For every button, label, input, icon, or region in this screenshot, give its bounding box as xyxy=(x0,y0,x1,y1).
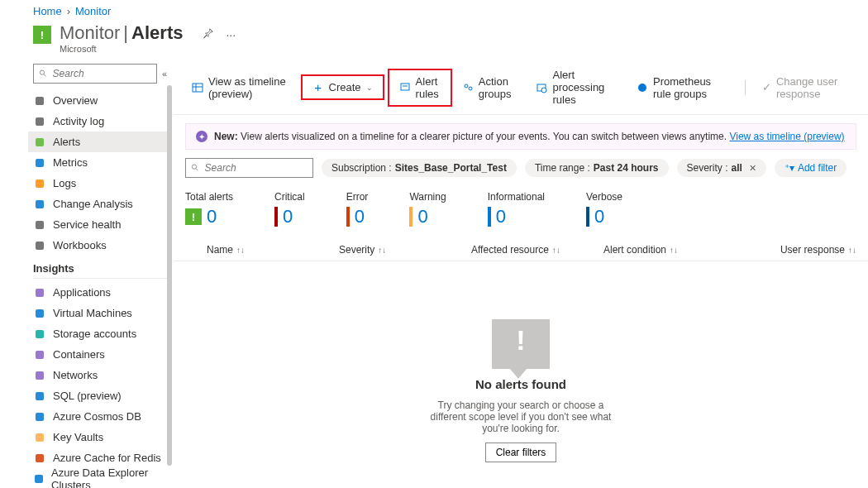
logs-icon xyxy=(33,177,46,190)
close-icon[interactable]: ✕ xyxy=(749,163,756,174)
sidebar-item-containers[interactable]: Containers xyxy=(28,344,167,365)
sidebar-item-applications[interactable]: Applications xyxy=(28,282,167,303)
sidebar-item-key-vaults[interactable]: Key Vaults xyxy=(28,427,167,447)
summary-total[interactable]: Total alerts !0 xyxy=(185,191,233,227)
prometheus-icon xyxy=(637,82,648,93)
clear-filters-button[interactable]: Clear filters xyxy=(485,443,557,462)
filter-subscription[interactable]: Subscription : Sites_Base_Portal_Test xyxy=(322,159,517,177)
chevron-down-icon: ⌄ xyxy=(366,84,373,92)
sidebar-item-storage-accounts[interactable]: Storage accounts xyxy=(28,323,167,344)
svg-point-27 xyxy=(469,87,472,90)
summary-warning[interactable]: Warning 0 xyxy=(409,191,446,227)
alerts-search-input[interactable] xyxy=(205,162,308,174)
sidebar-item-logs[interactable]: Logs xyxy=(28,173,167,194)
sidebar-item-label: Logs xyxy=(53,177,76,189)
more-icon[interactable]: ··· xyxy=(226,28,236,41)
sidebar-search[interactable] xyxy=(33,64,157,84)
svg-rect-2 xyxy=(36,97,44,105)
col-condition[interactable]: Alert condition↑↓ xyxy=(603,244,736,256)
col-severity[interactable]: Severity↑↓ xyxy=(339,244,471,256)
svg-rect-9 xyxy=(36,242,44,250)
toolbar: View as timeline (preview) + Create ⌄ Al… xyxy=(174,60,868,115)
empty-text: Try changing your search or choose a dif… xyxy=(426,399,616,434)
sidebar-item-label: Change Analysis xyxy=(53,198,133,210)
sidebar-item-label: Alerts xyxy=(53,136,80,148)
sidebar-item-change-analysis[interactable]: Change Analysis xyxy=(28,194,167,214)
sidebar-item-label: Metrics xyxy=(53,156,88,169)
alert-icon xyxy=(33,136,46,149)
filter-timerange[interactable]: Time range : Past 24 hours xyxy=(525,159,669,177)
svg-rect-24 xyxy=(401,84,409,90)
summary-critical[interactable]: Critical 0 xyxy=(274,191,305,227)
prometheus-button[interactable]: Prometheus rule groups xyxy=(630,72,735,103)
sidebar-item-networks[interactable]: Networks xyxy=(28,365,167,385)
main-content: View as timeline (preview) + Create ⌄ Al… xyxy=(174,60,868,488)
table-header: Name↑↓ Severity↑↓ Affected resource↑↓ Al… xyxy=(174,239,868,261)
check-icon: ✓ xyxy=(762,82,771,93)
sidebar-item-sql-preview-[interactable]: SQL (preview) xyxy=(28,385,167,406)
sidebar-item-metrics[interactable]: Metrics xyxy=(28,152,167,173)
svg-rect-6 xyxy=(36,179,44,188)
processing-icon xyxy=(536,82,547,93)
svg-point-31 xyxy=(192,165,196,169)
view-timeline-button[interactable]: View as timeline (preview) xyxy=(185,72,298,103)
alerts-search[interactable] xyxy=(185,158,313,178)
filters: Subscription : Sites_Base_Portal_Test Ti… xyxy=(174,158,868,186)
sort-icon: ↑↓ xyxy=(552,246,560,255)
chevron-right-icon: › xyxy=(67,5,70,17)
sidebar-item-overview[interactable]: Overview xyxy=(28,90,167,111)
create-button[interactable]: + Create ⌄ xyxy=(306,78,379,97)
timeline-icon xyxy=(192,82,203,93)
col-response[interactable]: User response↑↓ xyxy=(736,244,856,256)
svg-rect-11 xyxy=(36,309,44,318)
sidebar-item-label: Overview xyxy=(53,94,98,107)
sidebar-item-label: Containers xyxy=(53,348,105,361)
alert-rules-highlight: Alert rules xyxy=(388,69,452,107)
banner-link[interactable]: View as timeline (preview) xyxy=(729,131,844,142)
sidebar-item-alerts[interactable]: Alerts xyxy=(28,132,167,152)
filter-severity[interactable]: Severity : all ✕ xyxy=(677,159,766,177)
sidebar-item-azure-cosmos-db[interactable]: Azure Cosmos DB xyxy=(28,406,167,427)
action-groups-icon xyxy=(462,82,474,93)
sidebar-search-input[interactable] xyxy=(53,68,151,79)
add-filter-button[interactable]: ⁺▾ Add filter xyxy=(775,159,847,177)
summary-informational[interactable]: Informational 0 xyxy=(488,191,545,227)
sidebar-item-service-health[interactable]: Service health xyxy=(28,214,167,235)
change-response-button: ✓ Change user response xyxy=(756,72,856,103)
action-groups-button[interactable]: Action groups xyxy=(455,72,527,103)
empty-state: ! No alerts found Try changing your sear… xyxy=(174,261,868,488)
sidebar-item-label: Azure Data Explorer Clusters xyxy=(51,466,162,489)
sidebar-item-label: Workbooks xyxy=(53,239,107,251)
svg-rect-13 xyxy=(36,351,44,359)
containers-icon xyxy=(33,348,46,361)
svg-rect-18 xyxy=(36,454,44,462)
summary-verbose[interactable]: Verbose 0 xyxy=(586,191,622,227)
insights-header: Insights xyxy=(33,262,167,275)
sidebar-item-virtual-machines[interactable]: Virtual Machines xyxy=(28,303,167,323)
sidebar-item-label: Virtual Machines xyxy=(53,307,132,319)
svg-rect-21 xyxy=(193,84,203,92)
new-badge-icon: ✦ xyxy=(196,131,207,142)
sidebar-item-azure-cache-for-redis[interactable]: Azure Cache for Redis xyxy=(28,447,167,468)
col-resource[interactable]: Affected resource↑↓ xyxy=(471,244,603,256)
processing-rules-button[interactable]: Alert processing rules xyxy=(529,65,627,109)
pin-icon[interactable] xyxy=(203,27,214,41)
breadcrumb-monitor[interactable]: Monitor xyxy=(75,5,111,17)
sidebar-item-label: Activity log xyxy=(53,115,104,127)
svg-rect-19 xyxy=(35,475,43,483)
sidebar-item-activity-log[interactable]: Activity log xyxy=(28,111,167,132)
col-name[interactable]: Name↑↓ xyxy=(207,244,339,256)
alert-rules-icon xyxy=(399,82,411,93)
sidebar-item-label: Storage accounts xyxy=(53,328,136,340)
sidebar-item-workbooks[interactable]: Workbooks xyxy=(28,235,167,256)
sort-icon: ↑↓ xyxy=(378,246,386,255)
scrollbar[interactable] xyxy=(167,85,172,466)
sidebar-item-label: Key Vaults xyxy=(53,431,103,443)
svg-rect-10 xyxy=(36,289,44,297)
sidebar-item-azure-data-explorer-clusters[interactable]: Azure Data Explorer Clusters xyxy=(28,468,167,488)
summary-error[interactable]: Error 0 xyxy=(346,191,369,227)
alert-rules-button[interactable]: Alert rules xyxy=(393,72,447,103)
breadcrumb-home[interactable]: Home xyxy=(33,5,62,17)
sort-icon: ↑↓ xyxy=(848,246,856,255)
collapse-icon[interactable]: « xyxy=(162,69,167,79)
